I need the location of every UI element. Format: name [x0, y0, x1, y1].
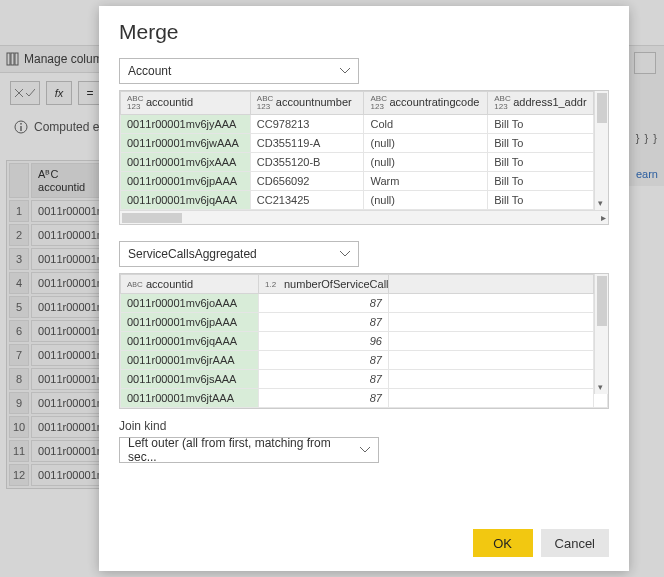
table-row[interactable]: 0011r00001mv6jtAAA87: [121, 389, 608, 408]
first-table-select[interactable]: Account: [119, 58, 359, 84]
horizontal-scrollbar[interactable]: ▸: [120, 210, 608, 224]
type-decimal-icon: 1.2: [265, 281, 281, 289]
ok-button[interactable]: OK: [473, 529, 533, 557]
merge-dialog: Merge Account ABC123accountid ABC123acco…: [99, 6, 629, 571]
second-table-value: ServiceCallsAggregated: [128, 247, 257, 261]
first-table-value: Account: [128, 64, 171, 78]
vertical-scrollbar[interactable]: ▾: [594, 274, 608, 394]
table-row[interactable]: 0011r00001mv6jpAAACD656092WarmBill To: [121, 172, 608, 191]
col-header-accountid[interactable]: ABC123accountid: [121, 92, 251, 115]
vertical-scrollbar[interactable]: ▾: [594, 91, 608, 210]
table-row[interactable]: 0011r00001mv6jyAAACC978213ColdBill To: [121, 115, 608, 134]
table-row[interactable]: 0011r00001mv6jqAAACC213425(null)Bill To: [121, 191, 608, 210]
type-any-icon: ABC123: [494, 95, 510, 111]
table-row[interactable]: 0011r00001mv6jpAAA87: [121, 313, 608, 332]
table-row[interactable]: 0011r00001mv6jsAAA87: [121, 370, 608, 389]
second-table-select[interactable]: ServiceCallsAggregated: [119, 241, 359, 267]
chevron-down-icon: [360, 447, 370, 453]
dialog-button-row: OK Cancel: [119, 529, 609, 557]
chevron-down-icon: [340, 68, 350, 74]
join-kind-value: Left outer (all from first, matching fro…: [128, 436, 360, 464]
table-row[interactable]: 0011r00001mv6jqAAA96: [121, 332, 608, 351]
table-row[interactable]: 0011r00001mv6joAAA87: [121, 294, 608, 313]
col-header-servicecalls[interactable]: 1.2numberOfServiceCalls: [259, 275, 389, 294]
chevron-down-icon: [340, 251, 350, 257]
col-header-address1[interactable]: ABC123address1_addr: [488, 92, 594, 115]
second-table-preview: ABCaccountid 1.2numberOfServiceCalls 001…: [119, 273, 609, 409]
first-table-preview: ABC123accountid ABC123accountnumber ABC1…: [119, 90, 609, 225]
table-row[interactable]: 0011r00001mv6jwAAACD355119-A(null)Bill T…: [121, 134, 608, 153]
table-row[interactable]: 0011r00001mv6jrAAA87: [121, 351, 608, 370]
dialog-title: Merge: [119, 20, 609, 44]
type-any-icon: ABC123: [370, 95, 386, 111]
join-kind-label: Join kind: [119, 419, 609, 433]
join-kind-select[interactable]: Left outer (all from first, matching fro…: [119, 437, 379, 463]
col-header-accountratingcode[interactable]: ABC123accountratingcode: [364, 92, 488, 115]
type-any-icon: ABC123: [127, 95, 143, 111]
table-row[interactable]: 0011r00001mv6jxAAACD355120-B(null)Bill T…: [121, 153, 608, 172]
cancel-button[interactable]: Cancel: [541, 529, 609, 557]
col-header-accountnumber[interactable]: ABC123accountnumber: [250, 92, 364, 115]
col-header-accountid2[interactable]: ABCaccountid: [121, 275, 259, 294]
type-any-icon: ABC123: [257, 95, 273, 111]
type-text-icon: ABC: [127, 281, 143, 289]
